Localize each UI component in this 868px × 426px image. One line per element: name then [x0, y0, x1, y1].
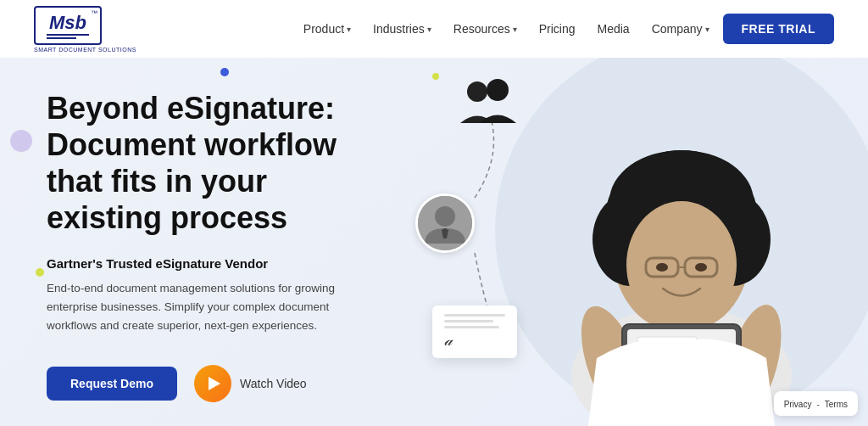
hero-visual: 𝒶	[407, 58, 868, 426]
hero-subtitle-label: Gartner's Trusted eSignature Vendor	[47, 256, 373, 271]
svg-point-12	[695, 263, 707, 272]
nav-item-pricing[interactable]: Pricing	[531, 17, 584, 41]
hero-description: End-to-end document management solutions…	[47, 279, 335, 334]
doc-line-2	[444, 320, 493, 322]
doc-signature: 𝒶	[444, 332, 505, 350]
cookie-notice: Privacy - Terms	[774, 391, 858, 416]
nav-item-media[interactable]: Media	[588, 17, 637, 41]
svg-point-23	[487, 79, 509, 101]
navbar: ™ Msb SMART DOCUMENT SOLUTIONS Product ▾…	[0, 0, 868, 58]
svg-point-11	[656, 263, 668, 272]
terms-link[interactable]: Terms	[825, 400, 848, 409]
hero-actions: Request Demo Watch Video	[47, 365, 373, 402]
document-card: 𝒶	[432, 305, 517, 358]
hero-content: Beyond eSignature: Document workflow tha…	[0, 58, 407, 426]
logo-text: Msb	[49, 14, 86, 32]
cookie-separator: -	[816, 400, 819, 409]
chevron-down-icon: ▾	[347, 25, 351, 34]
privacy-link[interactable]: Privacy	[784, 400, 812, 409]
hero-section: Beyond eSignature: Document workflow tha…	[0, 58, 868, 426]
hero-title: Beyond eSignature: Document workflow tha…	[47, 90, 373, 237]
play-triangle-icon	[209, 377, 220, 390]
doc-line-3	[444, 326, 499, 328]
hero-woman-illustration	[512, 61, 851, 426]
watch-video-label: Watch Video	[240, 377, 307, 390]
nav-item-product[interactable]: Product ▾	[295, 17, 359, 41]
nav-item-company[interactable]: Company ▾	[643, 17, 718, 41]
svg-point-22	[467, 81, 487, 102]
free-trial-button[interactable]: FREE TRIAL	[723, 14, 834, 44]
nav-item-industries[interactable]: Industries ▾	[364, 17, 440, 41]
logo-subtitle: SMART DOCUMENT SOLUTIONS	[34, 47, 136, 53]
chevron-down-icon: ▾	[427, 25, 431, 34]
avatar-circle	[415, 193, 475, 253]
svg-point-25	[435, 206, 455, 227]
watch-video-button[interactable]: Watch Video	[194, 365, 307, 402]
nav-links: Product ▾ Industries ▾ Resources ▾ Prici…	[295, 14, 834, 44]
play-icon[interactable]	[194, 365, 231, 402]
nav-item-resources[interactable]: Resources ▾	[445, 17, 526, 41]
chevron-down-icon: ▾	[513, 25, 517, 34]
svg-point-7	[626, 201, 737, 328]
cookie-links: Privacy - Terms	[784, 400, 848, 409]
request-demo-button[interactable]: Request Demo	[47, 367, 177, 401]
doc-line-1	[444, 314, 505, 317]
logo-tm: ™	[91, 9, 97, 17]
people-group-icon	[453, 76, 521, 131]
chevron-down-icon: ▾	[705, 25, 709, 34]
logo[interactable]: ™ Msb SMART DOCUMENT SOLUTIONS	[34, 6, 136, 53]
